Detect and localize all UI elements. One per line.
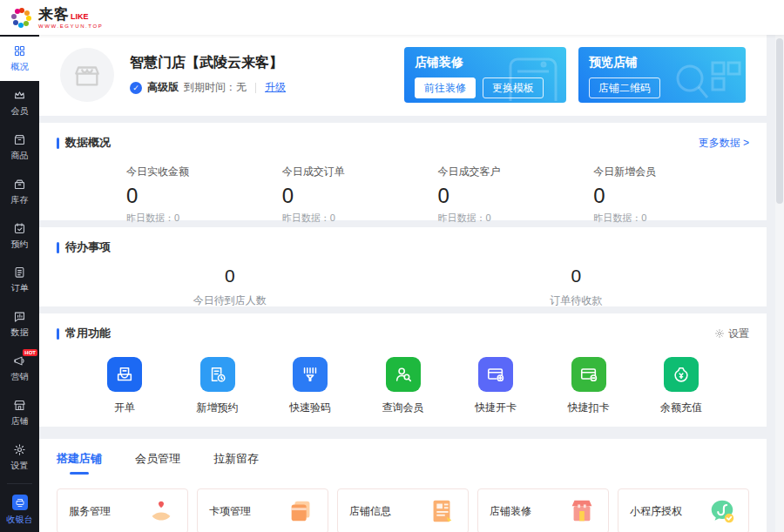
stat-new-members: 今日新增会员 0 昨日数据：0 <box>593 165 749 225</box>
quick-action-recharge[interactable]: 余额充值 <box>650 357 713 415</box>
sidebar-item-appointments[interactable]: 预约 <box>0 214 39 259</box>
quick-action-verify-code[interactable]: 快速验码 <box>279 357 341 415</box>
store-avatar <box>60 48 114 102</box>
section-accent-bar <box>57 138 59 149</box>
sidebar-label: 数据 <box>11 327 29 339</box>
todo-card: 待办事项 0 今日待到店人数 0 订单待收款 <box>39 227 767 306</box>
sidebar-label: 概况 <box>11 61 29 73</box>
stat-today-revenue: 今日实收金额 0 昨日数据：0 <box>126 165 282 225</box>
storefront-paint-icon <box>567 496 597 526</box>
card-plus-icon <box>486 365 505 384</box>
preview-shop-card: 预览店铺 店铺二维码 <box>578 47 746 103</box>
quick-action-search-member[interactable]: 查询会员 <box>372 357 435 415</box>
storefront-icon <box>13 399 26 412</box>
scrollbar-thumb[interactable] <box>776 38 783 204</box>
quick-action-billing[interactable]: 开单 <box>93 357 156 415</box>
change-template-button[interactable]: 更换模板 <box>483 77 544 99</box>
brand-name: 来客 <box>38 6 70 23</box>
todo-pending-payment: 0 订单待收款 <box>403 266 750 308</box>
sidebar-item-orders[interactable]: 订单 <box>0 259 39 303</box>
section-title: 待办事项 <box>65 239 111 255</box>
sidebar-item-products[interactable]: 商品 <box>0 125 39 170</box>
sidebar-item-data[interactable]: 数据 <box>0 302 39 347</box>
store-avatar-icon <box>72 60 102 90</box>
sidebar-label: 库存 <box>11 194 29 206</box>
sidebar-label: 营销 <box>11 371 29 383</box>
vip-check-icon: ✓ <box>130 82 142 94</box>
clipboard-icon <box>13 266 26 279</box>
brand-suffix: LIKE <box>71 12 89 21</box>
quick-action-deduct-card[interactable]: 快捷扣卡 <box>558 357 620 415</box>
stat-today-orders: 今日成交订单 0 昨日数据：0 <box>282 165 438 225</box>
sidebar-label: 店铺 <box>11 415 29 428</box>
shortcut-card-management[interactable]: 卡项管理 <box>197 488 328 532</box>
gear-icon <box>13 443 26 456</box>
meta-divider <box>255 83 256 93</box>
section-title: 常用功能 <box>65 326 111 341</box>
tab-member-management[interactable]: 会员管理 <box>135 451 180 475</box>
shortcut-shop-decorate[interactable]: 店铺装修 <box>477 488 609 532</box>
barcode-scan-icon <box>301 365 320 384</box>
grid-icon <box>13 44 26 57</box>
crown-icon <box>13 89 26 102</box>
main-content: 智慧门店【武陵云来客】 ✓ 高级版 到期时间：无 升级 店铺装修 前往装修 更换… <box>39 35 784 532</box>
scrollbar[interactable] <box>775 35 784 532</box>
section-title: 数据概况 <box>65 135 111 151</box>
box-icon <box>13 133 26 146</box>
sidebar-item-inventory[interactable]: 库存 <box>0 170 39 214</box>
shop-qrcode-button[interactable]: 店铺二维码 <box>589 77 660 99</box>
member-search-icon <box>394 365 413 384</box>
promo-title: 店铺装修 <box>415 55 556 71</box>
quick-actions-card: 常用功能 设置 开单 新增预约 <box>39 313 767 427</box>
sidebar-label: 订单 <box>11 282 29 294</box>
quick-action-new-appointment[interactable]: 新增预约 <box>186 357 249 415</box>
sidebar-label: 设置 <box>11 460 29 472</box>
sidebar-nav: 概况 会员 商品 库存 预约 订单 数据 HOT 营销 店铺 设置 <box>0 35 39 532</box>
todo-arrivals: 0 今日待到店人数 <box>57 266 403 308</box>
archive-icon <box>13 178 26 191</box>
quick-settings-button[interactable]: 设置 <box>714 327 749 341</box>
expire-label: 到期时间：无 <box>184 80 247 95</box>
section-accent-bar <box>57 328 59 340</box>
shortcut-shop-info[interactable]: 店铺信息 <box>337 488 469 532</box>
promo-title: 预览店铺 <box>589 55 735 71</box>
data-overview-card: 数据概况 更多数据 > 今日实收金额 0 昨日数据：0 今日成交订单 0 昨日数… <box>39 123 767 220</box>
app-logo[interactable]: 来客LIKE WWW.EGYUN.TOP <box>10 6 103 29</box>
sidebar-item-overview[interactable]: 概况 <box>0 37 39 81</box>
sidebar-item-marketing[interactable]: HOT 营销 <box>0 347 39 391</box>
sidebar-label: 商品 <box>11 150 29 162</box>
sidebar-label: 预约 <box>11 239 29 251</box>
tab-build-shop[interactable]: 搭建店铺 <box>57 451 102 475</box>
bill-icon <box>115 365 134 384</box>
brand-url: WWW.EGYUN.TOP <box>38 24 103 29</box>
sidebar-label: 收银台 <box>7 514 33 526</box>
doc-clock-icon <box>208 365 227 384</box>
shortcut-miniprogram-auth[interactable]: 小程序授权 <box>618 488 749 532</box>
megaphone-icon <box>13 354 26 367</box>
upgrade-link[interactable]: 升级 <box>265 80 286 95</box>
shortcut-service-management[interactable]: 服务管理 <box>57 488 188 532</box>
sidebar-item-members[interactable]: 会员 <box>0 81 39 125</box>
go-decorate-button[interactable]: 前往装修 <box>415 77 476 99</box>
cards-stack-icon <box>287 496 316 526</box>
miniprogram-check-icon <box>707 496 737 526</box>
doc-edit-icon <box>427 496 456 526</box>
chart-bubble-icon <box>13 310 26 323</box>
money-pouch-icon <box>672 365 691 384</box>
more-data-link[interactable]: 更多数据 > <box>699 136 749 151</box>
quick-action-open-card[interactable]: 快捷开卡 <box>464 357 527 415</box>
sidebar-label: 会员 <box>11 105 29 118</box>
plan-name: 高级版 <box>147 80 179 95</box>
store-name: 智慧门店【武陵云来客】 <box>130 54 286 72</box>
decorate-shop-card: 店铺装修 前往装修 更换模板 <box>404 47 566 103</box>
sidebar-divider <box>7 483 32 484</box>
active-tab-indicator <box>70 472 89 475</box>
tab-acquisition-retention[interactable]: 拉新留存 <box>213 451 259 475</box>
sidebar-item-cashier[interactable]: 收银台 <box>0 488 39 532</box>
stat-today-customers: 今日成交客户 0 昨日数据：0 <box>438 165 594 225</box>
hot-badge: HOT <box>23 349 37 356</box>
sidebar-item-shop[interactable]: 店铺 <box>0 391 39 435</box>
sidebar-item-settings[interactable]: 设置 <box>0 435 39 480</box>
store-header-card: 智慧门店【武陵云来客】 ✓ 高级版 到期时间：无 升级 店铺装修 前往装修 更换… <box>39 35 767 116</box>
guide-tabs-card: 搭建店铺 会员管理 拉新留存 服务管理 卡项管理 <box>39 439 767 532</box>
